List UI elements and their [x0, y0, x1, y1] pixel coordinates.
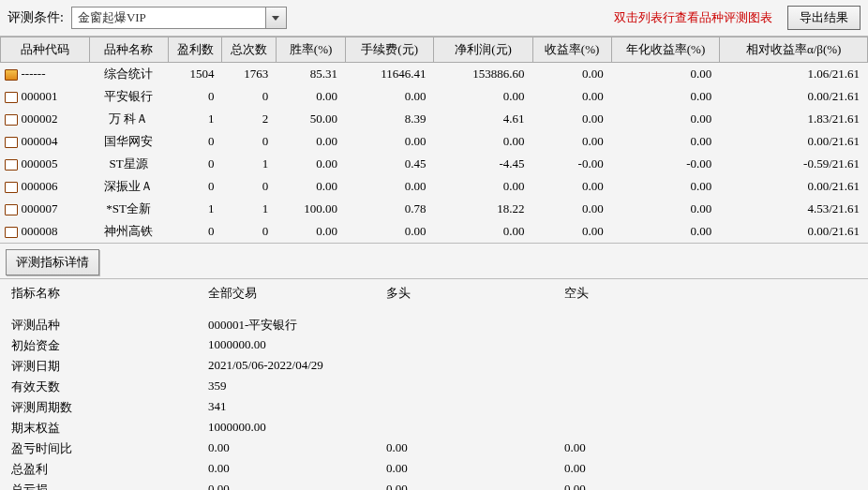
cell: 0.00 — [277, 175, 346, 198]
cell: -0.00 — [532, 153, 611, 175]
cell: 0 — [222, 175, 277, 198]
detail-cell: 0.00 — [564, 440, 705, 457]
cell: 100.00 — [277, 198, 346, 220]
cell: 0.00 — [345, 175, 434, 198]
cell: 0.78 — [345, 198, 434, 220]
table-header-1[interactable]: 品种名称 — [89, 37, 168, 63]
detail-cell — [386, 379, 564, 395]
cell: 8.39 — [345, 108, 434, 130]
cell: 国华网安 — [89, 130, 168, 153]
table-row[interactable]: 000001平安银行000.000.000.000.000.000.00/21.… — [1, 85, 868, 108]
cell: 1 — [222, 198, 277, 220]
export-button[interactable]: 导出结果 — [787, 6, 861, 30]
cell: 0.00 — [277, 85, 346, 108]
detail-col-all: 全部交易 — [208, 285, 386, 302]
detail-cell — [564, 358, 705, 375]
detail-row: 总盈利0.000.000.00 — [11, 459, 857, 480]
cell: 0.00 — [434, 220, 532, 243]
cell: 0.00 — [345, 220, 434, 243]
table-header-row: 品种代码品种名称盈利数总次数胜率(%)手续费(元)净利润(元)收益率(%)年化收… — [1, 37, 868, 63]
cell: -0.59/21.61 — [720, 153, 868, 175]
main-table-wrap[interactable]: 品种代码品种名称盈利数总次数胜率(%)手续费(元)净利润(元)收益率(%)年化收… — [0, 37, 868, 243]
cell: 深振业Ａ — [89, 175, 168, 198]
detail-tab[interactable]: 评测指标详情 — [6, 249, 99, 275]
condition-dropdown[interactable]: 金窗起爆VIP — [71, 7, 287, 29]
cell: 1763 — [222, 63, 277, 86]
cell: 0 — [222, 85, 277, 108]
cell: 0 — [222, 220, 277, 243]
detail-row: 评测日期2021/05/06-2022/04/29 — [11, 356, 857, 377]
cell: 85.31 — [277, 63, 346, 86]
cell: 4.61 — [434, 108, 532, 130]
cell: 0.00 — [532, 220, 611, 243]
cell: -4.45 — [434, 153, 532, 175]
cell: 0.00 — [611, 175, 720, 198]
table-header-7[interactable]: 收益率(%) — [532, 37, 611, 63]
detail-cell: 359 — [208, 379, 386, 395]
cell: 0 — [168, 153, 222, 175]
cell: 000001 — [1, 85, 90, 108]
detail-cell: 0.00 — [386, 461, 564, 478]
cell: 综合统计 — [89, 63, 168, 86]
table-header-6[interactable]: 净利润(元) — [434, 37, 532, 63]
cell: 000004 — [1, 130, 90, 153]
detail-cell — [564, 420, 705, 437]
hint-text: 双击列表行查看品种评测图表 — [614, 9, 780, 26]
table-row[interactable]: ------综合统计1504176385.3111646.41153886.60… — [1, 63, 868, 86]
detail-cell: 初始资金 — [11, 337, 208, 354]
detail-row: 期末权益1000000.00 — [11, 418, 857, 438]
table-header-4[interactable]: 胜率(%) — [277, 37, 346, 63]
detail-cell: 0.00 — [564, 461, 705, 478]
detail-row: 初始资金1000000.00 — [11, 335, 857, 356]
table-header-3[interactable]: 总次数 — [222, 37, 277, 63]
cell: 0.00 — [532, 198, 611, 220]
table-header-8[interactable]: 年化收益率(%) — [611, 37, 720, 63]
cell: 0.00 — [532, 63, 611, 86]
detail-cell: 总盈利 — [11, 461, 208, 478]
cell: 平安银行 — [89, 85, 168, 108]
cell: 000008 — [1, 220, 90, 243]
detail-row: 盈亏时间比0.000.000.00 — [11, 438, 857, 459]
cell: 000005 — [1, 153, 90, 175]
table-row[interactable]: 000004国华网安000.000.000.000.000.000.00/21.… — [1, 130, 868, 153]
cell: 50.00 — [277, 108, 346, 130]
table-header-5[interactable]: 手续费(元) — [345, 37, 434, 63]
cell: 0.00 — [532, 130, 611, 153]
cell: 0 — [168, 220, 222, 243]
table-row[interactable]: 000006深振业Ａ000.000.000.000.000.000.00/21.… — [1, 175, 868, 198]
detail-cell: 000001-平安银行 — [208, 317, 386, 334]
table-row[interactable]: 000002万 科Ａ1250.008.394.610.000.001.83/21… — [1, 108, 868, 130]
condition-dropdown-value: 金窗起爆VIP — [72, 7, 265, 28]
detail-row: 评测品种000001-平安银行 — [11, 315, 857, 335]
cell: 0 — [168, 85, 222, 108]
detail-cell — [386, 399, 564, 416]
table-row[interactable]: 000008神州高铁000.000.000.000.000.000.00/21.… — [1, 220, 868, 243]
detail-header: 指标名称 全部交易 多头 空头 — [11, 285, 857, 302]
table-header-9[interactable]: 相对收益率α/β(%) — [720, 37, 868, 63]
table-header-0[interactable]: 品种代码 — [1, 37, 90, 63]
cell: 0.00 — [611, 198, 720, 220]
detail-body: 评测品种000001-平安银行初始资金1000000.00评测日期2021/05… — [11, 315, 857, 490]
cell: 0.00 — [532, 108, 611, 130]
row-icon — [5, 159, 18, 171]
cell: -0.00 — [611, 153, 720, 175]
detail-cell — [386, 420, 564, 437]
cell: 0.00 — [532, 85, 611, 108]
detail-cell: 0.00 — [208, 482, 386, 490]
detail-cell — [386, 337, 564, 354]
row-icon — [5, 69, 18, 81]
cell: 0.45 — [345, 153, 434, 175]
table-header-2[interactable]: 盈利数 — [168, 37, 222, 63]
detail-cell: 0.00 — [386, 440, 564, 457]
cell: 153886.60 — [434, 63, 532, 86]
detail-cell: 1000000.00 — [208, 420, 386, 437]
detail-cell — [564, 337, 705, 354]
cell: 0.00 — [345, 85, 434, 108]
table-row[interactable]: 000005ST星源010.000.45-4.45-0.00-0.00-0.59… — [1, 153, 868, 175]
cell: 000002 — [1, 108, 90, 130]
cell: 0.00 — [277, 153, 346, 175]
table-row[interactable]: 000007*ST全新11100.000.7818.220.000.004.53… — [1, 198, 868, 220]
table-body: ------综合统计1504176385.3111646.41153886.60… — [1, 63, 868, 244]
chevron-down-icon[interactable] — [265, 7, 286, 28]
detail-cell — [386, 358, 564, 375]
